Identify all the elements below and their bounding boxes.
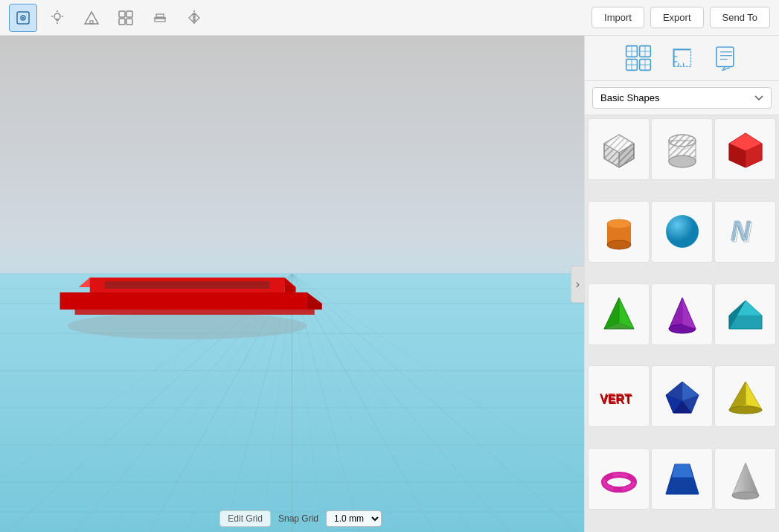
svg-marker-19 [0, 274, 584, 532]
viewport[interactable]: › Edit Grid Snap Grid 1.0 mm 0.5 mm 2.0 … [0, 36, 584, 532]
svg-point-118 [732, 492, 759, 499]
svg-line-43 [262, 274, 292, 532]
svg-line-41 [187, 274, 292, 532]
shape-item-sphere-blue[interactable] [651, 201, 713, 263]
svg-marker-46 [75, 302, 315, 315]
svg-point-88 [607, 240, 631, 249]
align-icon-btn[interactable] [146, 4, 174, 32]
svg-marker-52 [284, 278, 295, 292]
svg-rect-17 [0, 36, 584, 532]
shape-item-pyramid-yellow[interactable] [714, 365, 776, 427]
import-button[interactable]: Import [592, 7, 644, 28]
main-area: › Edit Grid Snap Grid 1.0 mm 0.5 mm 2.0 … [0, 36, 779, 532]
view-icon-btn[interactable] [9, 4, 37, 32]
svg-rect-70 [716, 47, 733, 66]
svg-line-26 [292, 274, 585, 532]
shape-library-select[interactable]: Basic Shapes Letters Numbers Symbols Fea… [592, 87, 772, 109]
shape-item-cone-gray[interactable] [714, 448, 776, 510]
mirror-icon-btn[interactable] [180, 4, 208, 32]
svg-line-25 [0, 274, 292, 532]
svg-marker-115 [672, 464, 693, 478]
panel-tabs [585, 36, 779, 81]
send-to-button[interactable]: Send To [710, 7, 770, 28]
svg-point-111 [729, 406, 762, 414]
shape-item-roof-teal[interactable] [714, 283, 776, 345]
toolbar-right-buttons: Import Export Send To [592, 7, 770, 28]
shape-item-cylinder-orange[interactable] [588, 201, 650, 263]
shape-item-cylinder-striped[interactable] [651, 118, 713, 180]
svg-marker-116 [666, 478, 699, 494]
shape-item-prism-blue[interactable] [651, 448, 713, 510]
svg-text:N: N [732, 217, 752, 248]
collapse-chevron: › [576, 278, 580, 291]
svg-marker-98 [682, 298, 696, 329]
svg-line-23 [292, 274, 435, 532]
svg-line-29 [225, 274, 292, 532]
status-bar: Edit Grid Snap Grid 1.0 mm 0.5 mm 2.0 mm [0, 505, 391, 532]
svg-point-90 [666, 215, 699, 248]
svg-marker-48 [60, 292, 307, 310]
svg-rect-15 [155, 19, 165, 22]
svg-line-22 [7, 274, 292, 532]
shape-item-box-striped[interactable] [588, 118, 650, 180]
svg-marker-53 [105, 281, 269, 289]
svg-line-44 [292, 274, 322, 532]
svg-line-39 [112, 274, 292, 532]
svg-line-21 [150, 274, 292, 532]
svg-rect-14 [156, 14, 164, 17]
collapse-handle[interactable]: › [571, 266, 584, 303]
right-panel: Basic Shapes Letters Numbers Symbols Fea… [584, 36, 779, 532]
shape-library-header: Basic Shapes Letters Numbers Symbols Fea… [585, 81, 779, 115]
svg-rect-11 [119, 19, 125, 25]
svg-rect-10 [126, 11, 132, 17]
shapes-grid: N N [585, 115, 779, 532]
svg-rect-9 [119, 11, 125, 17]
svg-point-45 [68, 313, 307, 339]
svg-marker-117 [732, 463, 759, 496]
top-toolbar: Import Export Send To [0, 0, 779, 36]
svg-point-2 [22, 16, 25, 19]
toolbar-icons [9, 4, 208, 32]
svg-rect-12 [126, 19, 132, 25]
snap-grid-label: Snap Grid [278, 513, 318, 524]
svg-marker-51 [90, 278, 285, 292]
svg-line-42 [292, 274, 397, 532]
shape-icon-btn[interactable] [77, 4, 106, 32]
svg-line-30 [292, 274, 360, 532]
shape-item-box-red[interactable] [714, 118, 776, 180]
shapes-tab[interactable] [622, 42, 655, 74]
shape-item-text-vert[interactable]: VERT VERT [588, 365, 650, 427]
svg-line-24 [292, 274, 577, 532]
svg-marker-49 [307, 292, 322, 310]
edit-grid-button[interactable]: Edit Grid [219, 510, 271, 527]
export-button[interactable]: Export [650, 7, 704, 28]
dimensions-tab[interactable] [666, 42, 699, 74]
shape-item-text-n[interactable]: N N [714, 201, 776, 263]
svg-text:VERT: VERT [600, 394, 632, 406]
svg-marker-50 [79, 278, 296, 287]
shape-item-cone-purple[interactable] [651, 283, 713, 345]
svg-point-89 [607, 219, 631, 228]
svg-line-28 [292, 274, 510, 532]
shape-item-gem-blue[interactable] [651, 365, 713, 427]
shape-item-pyramid-green[interactable] [588, 283, 650, 345]
group-icon-btn[interactable] [112, 4, 140, 32]
svg-marker-47 [60, 292, 322, 304]
svg-line-40 [292, 274, 472, 532]
svg-point-3 [54, 13, 60, 19]
svg-point-82 [669, 156, 696, 167]
light-icon-btn[interactable] [43, 4, 71, 32]
notes-tab[interactable] [710, 42, 743, 74]
svg-line-27 [75, 274, 292, 532]
viewport-background [0, 36, 584, 532]
snap-grid-select[interactable]: 1.0 mm 0.5 mm 2.0 mm [326, 510, 382, 527]
shape-item-torus-pink[interactable] [588, 448, 650, 510]
